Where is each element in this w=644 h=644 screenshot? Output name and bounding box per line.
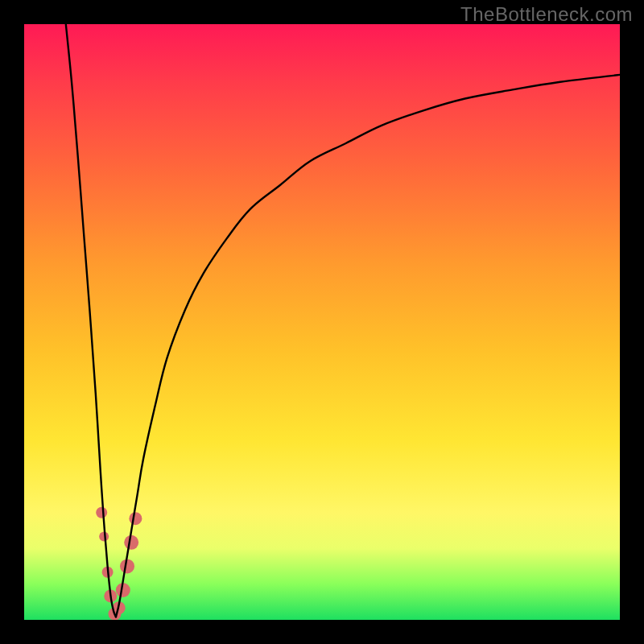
watermark-text: TheBottleneck.com bbox=[460, 3, 633, 26]
marker-dot bbox=[104, 589, 117, 602]
chart-frame: TheBottleneck.com bbox=[0, 0, 644, 644]
right-branch-curve bbox=[116, 75, 620, 617]
marker-dot bbox=[120, 559, 134, 573]
marker-dot bbox=[99, 531, 109, 541]
chart-overlay bbox=[24, 24, 620, 620]
marker-dot bbox=[102, 567, 114, 578]
marker-dot bbox=[129, 512, 142, 525]
plot-area bbox=[24, 24, 620, 620]
marker-dot bbox=[124, 535, 138, 550]
marker-layer bbox=[96, 507, 142, 620]
marker-dot bbox=[116, 583, 130, 597]
marker-dot bbox=[113, 601, 126, 614]
marker-dot bbox=[96, 507, 107, 518]
left-branch-curve bbox=[66, 24, 116, 617]
marker-dot bbox=[108, 608, 121, 620]
